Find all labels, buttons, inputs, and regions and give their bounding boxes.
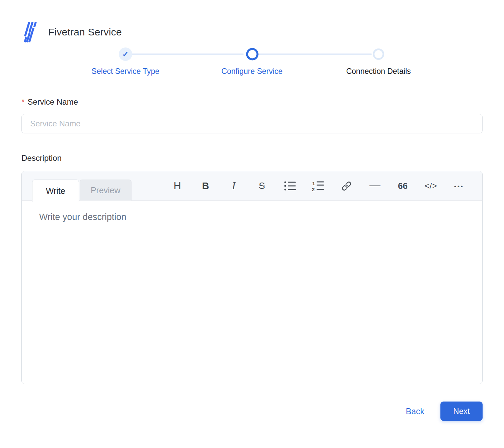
- app-header: Fivetran Service: [0, 0, 504, 43]
- wizard-footer: Back Next: [0, 402, 504, 421]
- heading-icon[interactable]: H: [169, 177, 186, 195]
- page-title: Fivetran Service: [48, 26, 122, 38]
- editor-header: Write Preview H B I S: [22, 171, 482, 201]
- check-icon: ✓: [122, 50, 129, 58]
- service-name-input[interactable]: [21, 114, 483, 133]
- tab-write[interactable]: Write: [32, 180, 79, 202]
- editor-body: [22, 201, 482, 384]
- quote-icon[interactable]: 66: [395, 177, 411, 195]
- tab-preview[interactable]: Preview: [80, 180, 132, 201]
- bold-icon[interactable]: B: [197, 177, 214, 195]
- italic-icon[interactable]: I: [225, 177, 242, 195]
- step-label-select-service-type[interactable]: Select Service Type: [62, 67, 189, 76]
- link-icon[interactable]: [338, 177, 355, 195]
- fivetran-logo-icon: [21, 21, 37, 43]
- stepper-track: ✓: [62, 47, 442, 61]
- description-input[interactable]: [22, 201, 482, 384]
- configure-service-form: * Service Name Description Write Preview…: [0, 97, 504, 384]
- stepper-connector: [256, 53, 372, 55]
- step-upcoming-icon: [373, 48, 384, 60]
- service-name-label-text: Service Name: [27, 97, 78, 107]
- svg-text:2: 2: [312, 187, 315, 192]
- description-editor: Write Preview H B I S: [21, 171, 483, 384]
- fivetran-service-wizard: Fivetran Service ✓ Select Service Type C…: [0, 0, 504, 448]
- editor-tabs: Write Preview: [32, 180, 132, 202]
- back-button[interactable]: Back: [406, 407, 424, 416]
- description-label: Description: [21, 153, 483, 163]
- next-button[interactable]: Next: [440, 402, 483, 421]
- service-name-label: * Service Name: [21, 97, 483, 107]
- more-options-icon[interactable]: •••: [451, 177, 468, 195]
- stepper: ✓ Select Service Type Configure Service …: [62, 47, 442, 76]
- step-label-configure-service[interactable]: Configure Service: [189, 67, 315, 76]
- step-label-connection-details: Connection Details: [315, 67, 442, 76]
- editor-toolbar: H B I S 1: [169, 171, 468, 201]
- required-asterisk: *: [21, 97, 24, 107]
- horizontal-rule-icon[interactable]: —: [366, 177, 383, 195]
- code-icon[interactable]: </>: [423, 177, 439, 195]
- stepper-connector: [129, 53, 244, 55]
- strikethrough-icon[interactable]: S: [254, 177, 270, 195]
- svg-text:1: 1: [312, 181, 315, 186]
- description-label-text: Description: [21, 153, 62, 163]
- ordered-list-icon[interactable]: 1 2: [310, 177, 327, 195]
- step-completed-icon[interactable]: ✓: [119, 47, 132, 61]
- step-active-icon[interactable]: [246, 48, 259, 61]
- unordered-list-icon[interactable]: [282, 177, 299, 195]
- step-labels: Select Service Type Configure Service Co…: [62, 67, 442, 76]
